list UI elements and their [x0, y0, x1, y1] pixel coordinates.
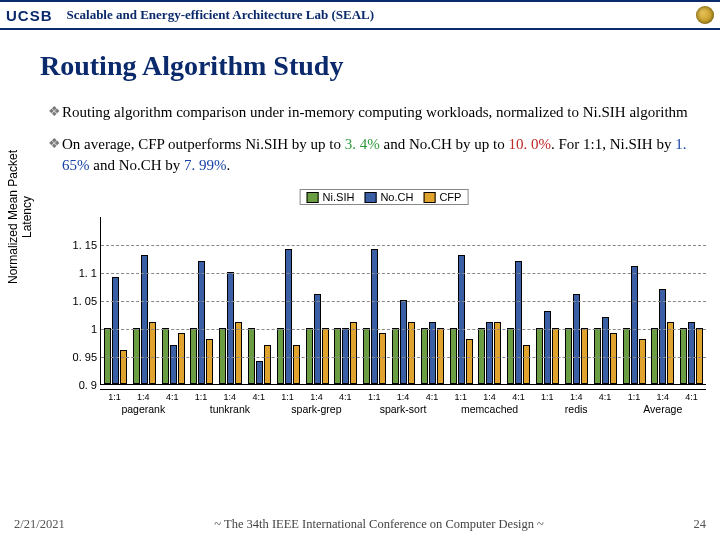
bar: [350, 322, 357, 384]
bar: [458, 255, 465, 384]
y-tick-label: 1. 1: [65, 267, 97, 279]
bar: [306, 328, 313, 384]
chart: Normalized Mean Packet Latency Ni.SIH No…: [10, 187, 714, 427]
footer-center: ~ The 34th IEEE International Conference…: [65, 517, 694, 532]
ucsb-logo: UCSB: [6, 7, 53, 24]
text-fragment: On average, CFP outperforms Ni.SIH by up…: [62, 136, 345, 152]
x-sub-tick-label: 1:1: [273, 389, 302, 402]
x-sub-tick-label: 1:1: [187, 389, 216, 402]
bar: [285, 249, 292, 383]
x-sub-tick-label: 4:1: [677, 389, 706, 402]
bar: [112, 277, 119, 383]
bar: [450, 328, 457, 384]
bar: [190, 328, 197, 384]
text-fragment: .: [227, 157, 231, 173]
text-fragment: and No.CH by up to: [380, 136, 509, 152]
bar: [523, 345, 530, 384]
bar: [639, 339, 646, 384]
x-sub-tick-label: 4:1: [244, 389, 273, 402]
x-sub-tick-label: 1:4: [302, 389, 331, 402]
bar: [552, 328, 559, 384]
x-sub-tick-label: 1:1: [100, 389, 129, 402]
x-sub-tick-label: 1:4: [475, 389, 504, 402]
bar: [573, 294, 580, 384]
x-major-label: memcached: [446, 403, 533, 415]
bar: [235, 322, 242, 384]
bar: [515, 261, 522, 384]
x-sub-tick-label: 1:4: [129, 389, 158, 402]
x-sub-tick-label: 1:4: [215, 389, 244, 402]
bar: [379, 333, 386, 383]
bar: [623, 328, 630, 384]
legend-entry: Ni.SIH: [307, 191, 355, 204]
bar: [594, 328, 601, 384]
highlight-green: 3. 4%: [345, 136, 380, 152]
x-major-label: tunkrank: [187, 403, 274, 415]
x-major-label: pagerank: [100, 403, 187, 415]
bullet-item: ❖ Routing algorithm comparison under in-…: [48, 102, 690, 122]
plot-area: Ni.SIH No.CH CFP 0. 90. 9511. 051. 11. 1…: [62, 195, 706, 385]
legend-swatch-icon: [364, 192, 376, 203]
bar: [494, 322, 501, 384]
legend-entry: No.CH: [364, 191, 413, 204]
bullet-text: On average, CFP outperforms Ni.SIH by up…: [62, 134, 690, 175]
seal-icon: [696, 6, 714, 24]
footer-page-number: 24: [694, 517, 707, 532]
x-sub-tick-label: 4:1: [504, 389, 533, 402]
bar: [141, 255, 148, 384]
legend-swatch-icon: [307, 192, 319, 203]
bar: [651, 328, 658, 384]
bar: [688, 322, 695, 384]
bullet-diamond-icon: ❖: [48, 134, 62, 175]
bar: [659, 289, 666, 384]
bar: [565, 328, 572, 384]
bar: [610, 333, 617, 383]
bullet-diamond-icon: ❖: [48, 102, 62, 122]
bar: [264, 345, 271, 384]
bar: [696, 328, 703, 384]
x-sub-tick-label: 4:1: [331, 389, 360, 402]
bar: [104, 328, 111, 384]
x-sub-tick-label: 1:1: [533, 389, 562, 402]
x-major-label: Average: [619, 403, 706, 415]
bar: [437, 328, 444, 384]
bar: [602, 317, 609, 384]
bar: [198, 261, 205, 384]
x-sub-tick-label: 4:1: [158, 389, 187, 402]
x-sub-tick-label: 4:1: [417, 389, 446, 402]
x-major-label: spark-sort: [360, 403, 447, 415]
bar: [133, 328, 140, 384]
bar: [536, 328, 543, 384]
bar: [581, 328, 588, 384]
bar: [478, 328, 485, 384]
legend-entry: CFP: [423, 191, 461, 204]
bar: [680, 328, 687, 384]
bar: [667, 322, 674, 384]
y-tick-label: 0. 9: [65, 379, 97, 391]
text-fragment: and No.CH by: [90, 157, 185, 173]
bar: [206, 339, 213, 384]
legend: Ni.SIH No.CH CFP: [300, 189, 469, 206]
bar: [392, 328, 399, 384]
bar: [486, 322, 493, 384]
bar: [466, 339, 473, 384]
y-tick-label: 1. 15: [65, 239, 97, 251]
x-sub-tick-label: 1:1: [446, 389, 475, 402]
bar: [400, 300, 407, 384]
bar: [429, 322, 436, 384]
bar: [293, 345, 300, 384]
bar: [219, 328, 226, 384]
bullet-text: Routing algorithm comparison under in-me…: [62, 102, 690, 122]
x-major-label: spark-grep: [273, 403, 360, 415]
legend-swatch-icon: [423, 192, 435, 203]
bar: [408, 322, 415, 384]
bar: [248, 328, 255, 384]
bar: [149, 322, 156, 384]
bar: [170, 345, 177, 384]
bar: [256, 361, 263, 383]
grid: 0. 90. 9511. 051. 11. 15: [100, 217, 706, 385]
y-tick-label: 1: [65, 323, 97, 335]
highlight-blue: 7. 99%: [184, 157, 227, 173]
lab-title: Scalable and Energy-efficient Architectu…: [67, 7, 375, 23]
x-sub-tick-label: 1:4: [562, 389, 591, 402]
